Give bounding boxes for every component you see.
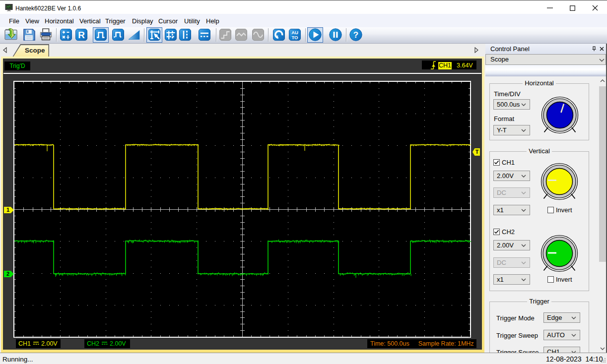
svg-text:TO: TO bbox=[291, 35, 298, 40]
svg-text:R: R bbox=[78, 30, 85, 40]
svg-text:?: ? bbox=[353, 30, 358, 40]
